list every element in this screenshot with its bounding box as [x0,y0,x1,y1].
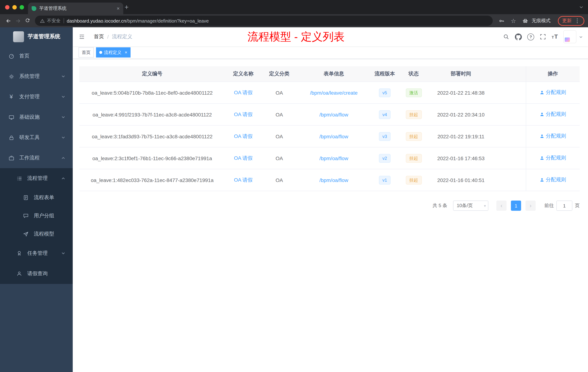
goto-page-input[interactable] [556,201,572,211]
lock-icon [8,134,15,141]
window-close-button[interactable] [5,5,10,10]
sidebar-item-devtools[interactable]: 研发工具 [0,127,73,148]
tab-search-icon[interactable] [579,5,584,10]
sidebar-item-system[interactable]: 系统管理 [0,66,73,87]
document-icon [22,194,29,201]
user-icon [540,134,544,139]
browser-menu-icon[interactable]: ⋮ [575,17,580,24]
security-label: 不安全 [47,18,61,24]
version-tag: v3 [379,132,390,141]
table-row: oa_leave:1:482ec033-762a-11ec-8477-a2380… [79,169,580,191]
col-deploy-time: 部署时间 [428,66,494,82]
assign-rule-link[interactable]: 分配规则 [540,177,566,183]
tags-bar: 首页 流程定义 × [73,46,588,59]
help-icon[interactable]: ? [527,33,534,40]
sidebar-item-workflow[interactable]: 工作流程 [0,148,73,168]
user-icon [540,112,544,117]
app-title: 芋道管理系统 [28,33,60,40]
gear-icon [8,73,15,80]
new-tab-button[interactable]: + [121,2,132,12]
back-button[interactable] [4,16,13,25]
user-menu[interactable] [563,30,583,43]
browser-update-button[interactable]: 更新 ⋮ [558,16,584,26]
assign-rule-link[interactable]: 分配规则 [540,111,566,118]
sidebar-item-task-management[interactable]: 任务管理 [0,243,73,263]
col-status: 状态 [399,66,428,82]
version-tag: v5 [379,88,390,97]
user-icon [540,178,544,182]
definition-name-link[interactable]: OA 请假 [234,155,253,161]
assign-rule-link[interactable]: 分配规则 [540,89,566,96]
fullscreen-icon[interactable] [540,33,546,40]
address-bar[interactable]: 不安全 dashboard.yudao.iocoder.cn/bpm/manag… [35,16,493,26]
font-size-icon[interactable]: TT [552,34,558,40]
form-link[interactable]: /bpm/oa/leave/create [310,90,358,96]
definition-name-link[interactable]: OA 请假 [234,177,253,183]
tag-process-definition[interactable]: 流程定义 × [96,47,131,57]
current-page-button[interactable]: 1 [511,201,521,211]
form-link[interactable]: /bpm/oa/flow [319,177,348,183]
form-link[interactable]: /bpm/oa/flow [319,111,348,117]
col-process-version: 流程版本 [370,66,399,82]
form-link[interactable]: /bpm/oa/flow [319,133,348,139]
form-link[interactable]: /bpm/oa/flow [319,155,348,161]
next-page-button[interactable]: › [525,201,536,211]
chevron-down-icon [61,95,65,99]
incognito-icon [522,17,529,24]
definition-id: oa_leave:4:991f2193-7b7f-11ec-a3c8-acde4… [93,111,212,117]
status-tag: 挂起 [406,154,422,163]
sidebar-logo[interactable]: 芋道管理系统 [0,27,73,46]
sidebar-item-payment[interactable]: ¥ 支付管理 [0,87,73,107]
navbar-icons: ? TT [503,30,588,43]
workflow-submenu: 流程管理 流程表单 用户分组 [0,168,73,284]
col-filler [494,66,526,82]
definition-category: OA [276,111,283,117]
site-favicon-icon [32,6,36,11]
github-icon[interactable] [515,33,522,40]
breadcrumb-home[interactable]: 首页 [94,33,104,40]
sidebar-item-process-management[interactable]: 流程管理 [0,168,73,188]
search-icon[interactable] [503,33,509,40]
window-minimize-button[interactable] [12,5,17,10]
page-size-select[interactable]: 10条/页 ▾ [453,201,488,211]
badge-icon [16,250,22,257]
assign-rule-link[interactable]: 分配规则 [540,155,566,161]
incognito-badge: 无痕模式 [522,17,551,24]
sidebar-item-home[interactable]: 首页 [0,46,73,66]
update-label: 更新 [562,17,572,24]
breadcrumb-current: 流程定义 [112,33,132,40]
window-zoom-button[interactable] [20,5,24,10]
sidebar-item-process-model[interactable]: 流程模型 [0,225,73,243]
window-controls [5,5,24,10]
col-definition-name: 定义名称 [225,66,262,82]
forward-button[interactable] [13,16,22,25]
sidebar-item-label: 系统管理 [19,73,61,80]
sidebar-item-leave-query[interactable]: 请假查询 [0,263,73,284]
sidebar-item-infrastructure[interactable]: 基础设施 [0,107,73,127]
url-text: dashboard.yudao.iocoder.cn/bpm/manager/d… [67,18,209,23]
yen-icon: ¥ [8,94,15,100]
tag-home[interactable]: 首页 [79,47,94,57]
avatar-image [565,37,570,42]
assign-rule-link[interactable]: 分配规则 [540,133,566,140]
tag-close-icon[interactable]: × [125,50,127,55]
definition-category: OA [276,90,283,96]
definition-category: OA [276,177,283,183]
definition-name-link[interactable]: OA 请假 [234,89,253,95]
list-icon [16,175,22,182]
prev-page-button[interactable]: ‹ [496,201,506,211]
bookmark-star-icon[interactable]: ☆ [511,17,516,24]
sidebar-collapse-icon[interactable] [79,33,85,40]
security-chip[interactable]: 不安全 [40,18,61,24]
key-icon[interactable] [497,16,506,25]
browser-tab[interactable]: 芋道管理系统 × [28,2,123,14]
reload-button[interactable] [22,16,32,25]
sidebar-item-process-form[interactable]: 流程表单 [0,188,73,207]
sidebar-item-user-group[interactable]: 用户分组 [0,207,73,225]
definition-name-link[interactable]: OA 请假 [234,133,253,139]
page-unit-label: 页 [575,202,580,209]
definition-name-link[interactable]: OA 请假 [234,111,253,117]
sidebar-item-label: 流程模型 [34,231,65,237]
dashboard-icon [8,53,15,59]
tab-close-icon[interactable]: × [117,5,120,11]
